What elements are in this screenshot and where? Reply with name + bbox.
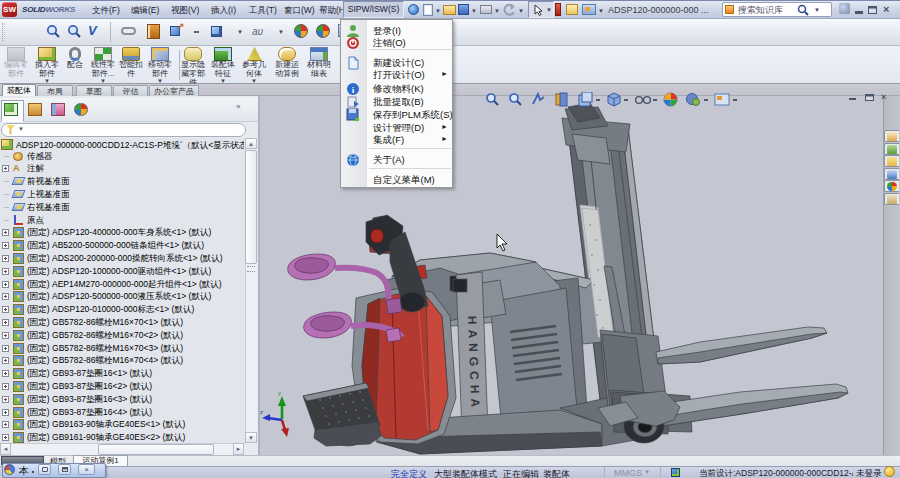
- svg-text:z: z: [260, 409, 263, 415]
- svg-text:y: y: [278, 390, 281, 396]
